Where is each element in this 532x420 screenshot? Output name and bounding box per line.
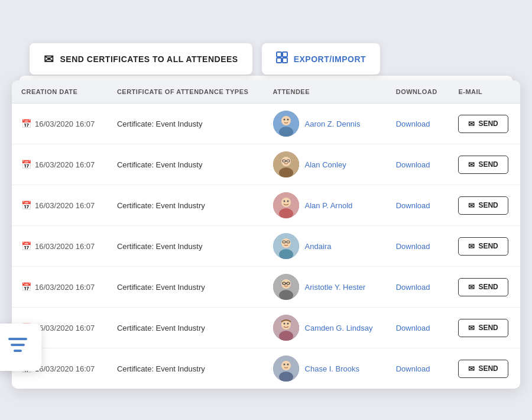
send-label-4: SEND — [478, 242, 498, 250]
export-import-button[interactable]: EXPORT/IMPORT — [262, 43, 380, 75]
download-cell-2: Download — [387, 144, 449, 185]
send-label-3: SEND — [478, 201, 498, 209]
send-cell-4: ✉ SEND — [449, 226, 520, 267]
table-row: 📅 16/03/2020 16:07 Certificate: Event In… — [12, 104, 520, 144]
attendee-cell-3: Alan P. Arnold — [264, 185, 387, 226]
send-button-5[interactable]: ✉ SEND — [458, 278, 508, 296]
calendar-icon-4: 📅 — [21, 241, 31, 251]
svg-point-18 — [283, 201, 285, 202]
send-cell-3: ✉ SEND — [449, 185, 520, 226]
svg-point-36 — [287, 323, 288, 325]
send-mail-icon-5: ✉ — [468, 283, 475, 292]
col-attendee: ATTENDEE — [264, 80, 387, 104]
date-cell-5: 📅 16/03/2020 16:07 — [12, 267, 108, 308]
avatar-6 — [273, 315, 299, 341]
send-label-7: SEND — [478, 364, 498, 373]
svg-point-7 — [283, 119, 285, 121]
attendee-cell-1: Aaron Z. Dennis — [264, 104, 387, 144]
avatar-2 — [273, 151, 299, 177]
table-row: 📅 16/03/2020 16:07 Certificate: Event In… — [12, 144, 520, 185]
table-row: 📅 16/03/2020 16:07 Certificate: Event In… — [12, 185, 520, 226]
send-certificates-label: SEND CERTIFICATES TO ALL ATTENDEES — [60, 54, 238, 64]
download-cell-6: Download — [387, 308, 449, 348]
svg-point-40 — [283, 364, 285, 366]
col-download: DOWNLOAD — [387, 80, 449, 104]
svg-rect-3 — [283, 58, 287, 63]
download-link-3[interactable]: Download — [396, 201, 430, 210]
attendee-name-3[interactable]: Alan P. Arnold — [305, 201, 353, 210]
attendee-cell-5: Aristotle Y. Hester — [264, 267, 387, 308]
attendee-name-4[interactable]: Andaira — [305, 242, 332, 251]
svg-point-35 — [283, 323, 285, 325]
date-value-4: 16/03/2020 16:07 — [35, 242, 95, 251]
col-email: E-MAIL — [449, 80, 520, 104]
attendee-name-6[interactable]: Camden G. Lindsay — [305, 324, 373, 332]
send-button-2[interactable]: ✉ SEND — [458, 156, 508, 174]
export-import-label: EXPORT/IMPORT — [294, 54, 366, 64]
send-cell-7: ✉ SEND — [449, 348, 520, 389]
download-link-5[interactable]: Download — [396, 283, 430, 292]
attendee-name-5[interactable]: Aristotle Y. Hester — [305, 283, 366, 292]
send-cell-1: ✉ SEND — [449, 104, 520, 144]
certificate-cell-7: Certificate: Event Industry — [108, 348, 264, 389]
grid-icon — [276, 51, 288, 66]
attendee-cell-2: Alan Conley — [264, 144, 387, 185]
download-cell-5: Download — [387, 267, 449, 308]
main-card: CREATION DATE CERTIFICATE OF ATTENDANCE … — [12, 80, 520, 389]
col-certificate-types: CERTIFICATE OF ATTENDANCE TYPES — [108, 80, 264, 104]
date-cell-1: 📅 16/03/2020 16:07 — [12, 104, 108, 144]
certificate-cell-2: Certificate: Event Industy — [108, 144, 264, 185]
attendee-cell-7: Chase I. Brooks — [264, 348, 387, 389]
certificate-cell-1: Certificate: Event Industy — [108, 104, 264, 144]
date-value-3: 16/03/2020 16:07 — [35, 201, 95, 210]
avatar-1 — [273, 111, 299, 137]
send-button-3[interactable]: ✉ SEND — [458, 196, 508, 215]
date-value-5: 16/03/2020 16:07 — [35, 283, 95, 292]
calendar-icon-1: 📅 — [21, 119, 31, 128]
page-wrapper: ✉ SEND CERTIFICATES TO ALL ATTENDEES EXP… — [12, 43, 520, 389]
calendar-icon-5: 📅 — [21, 282, 31, 292]
download-link-2[interactable]: Download — [396, 160, 430, 169]
mail-icon: ✉ — [44, 52, 54, 66]
table-row: 📅 16/03/2020 16:07 Certificate: Event In… — [12, 348, 520, 389]
date-cell-3: 📅 16/03/2020 16:07 — [12, 185, 108, 226]
send-certificates-button[interactable]: ✉ SEND CERTIFICATES TO ALL ATTENDEES — [30, 43, 252, 75]
download-link-6[interactable]: Download — [396, 324, 430, 332]
send-button-1[interactable]: ✉ SEND — [458, 115, 508, 133]
send-button-6[interactable]: ✉ SEND — [458, 319, 508, 337]
attendee-cell-4: Andaira — [264, 226, 387, 267]
send-cell-2: ✉ SEND — [449, 144, 520, 185]
send-cell-5: ✉ SEND — [449, 267, 520, 308]
attendee-name-7[interactable]: Chase I. Brooks — [305, 364, 360, 373]
send-mail-icon-4: ✉ — [468, 242, 475, 251]
date-cell-4: 📅 16/03/2020 16:07 — [12, 226, 108, 267]
send-button-4[interactable]: ✉ SEND — [458, 237, 508, 256]
filter-widget[interactable] — [0, 324, 41, 371]
avatar-5 — [273, 274, 299, 300]
download-cell-3: Download — [387, 185, 449, 226]
date-value-6: 16/03/2020 16:07 — [35, 324, 95, 332]
attendee-name-1[interactable]: Aaron Z. Dennis — [305, 119, 361, 128]
date-value-7: 16/03/2020 16:07 — [35, 364, 95, 373]
certificate-cell-6: Certificate: Event Industry — [108, 308, 264, 348]
date-cell-2: 📅 16/03/2020 16:07 — [12, 144, 108, 185]
svg-rect-2 — [277, 58, 281, 63]
table-body: 📅 16/03/2020 16:07 Certificate: Event In… — [12, 104, 520, 389]
calendar-icon-3: 📅 — [21, 201, 31, 210]
attendee-name-2[interactable]: Alan Conley — [305, 160, 346, 169]
attendee-cell-6: Camden G. Lindsay — [264, 308, 387, 348]
svg-rect-0 — [277, 52, 281, 57]
table-row: 📅 16/03/2020 16:07 Certificate: Event In… — [12, 226, 520, 267]
certificate-cell-5: Certificate: Event Industry — [108, 267, 264, 308]
date-value-1: 16/03/2020 16:07 — [35, 119, 95, 128]
table-row: 📅 16/03/2020 16:07 Certificate: Event In… — [12, 267, 520, 308]
card-stack: CREATION DATE CERTIFICATE OF ATTENDANCE … — [12, 80, 520, 389]
send-button-7[interactable]: ✉ SEND — [458, 360, 508, 378]
send-mail-icon-1: ✉ — [468, 119, 475, 128]
download-link-4[interactable]: Download — [396, 242, 430, 251]
send-mail-icon-6: ✉ — [468, 324, 475, 332]
avatar-7 — [273, 356, 299, 382]
download-link-1[interactable]: Download — [396, 119, 430, 128]
download-link-7[interactable]: Download — [396, 364, 430, 373]
action-bar: ✉ SEND CERTIFICATES TO ALL ATTENDEES EXP… — [12, 43, 520, 75]
